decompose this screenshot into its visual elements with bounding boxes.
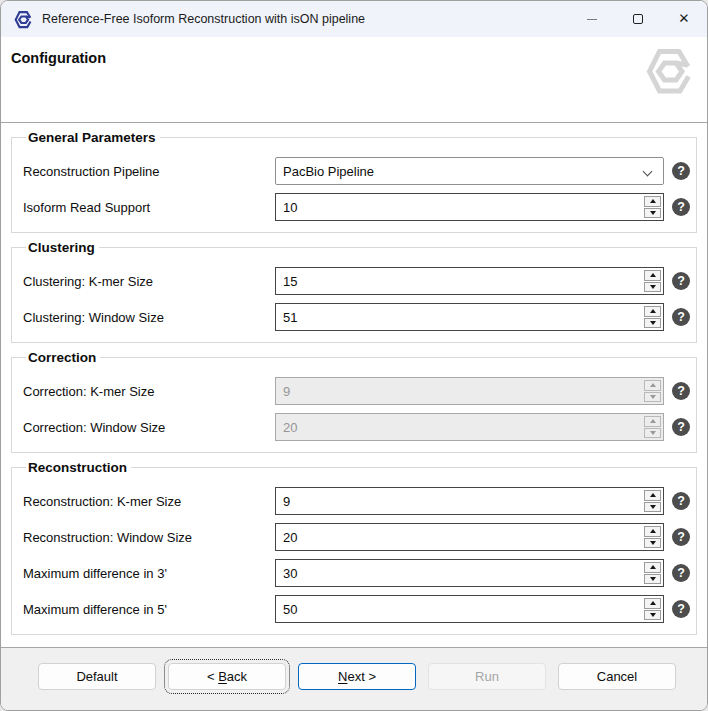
dialog-window: Reference-Free Isoform Reconstruction wi… — [0, 0, 708, 711]
maximize-icon — [633, 14, 643, 24]
isoform-read-support-spinbox[interactable]: 10 — [275, 193, 664, 221]
spin-down-button[interactable] — [644, 502, 661, 513]
section-clustering: ClusteringClustering: K-mer Size15?Clust… — [11, 240, 697, 343]
spinbox-value: 10 — [276, 200, 297, 215]
spinner-buttons — [643, 415, 662, 439]
spin-up-icon — [650, 601, 656, 605]
spinbox-value: 15 — [276, 274, 297, 289]
spin-up-button[interactable] — [644, 562, 661, 573]
spinner-buttons — [643, 525, 662, 549]
spin-down-button[interactable] — [644, 318, 661, 329]
form-row: Maximum difference in 5'50? — [23, 595, 690, 623]
spin-down-icon — [650, 285, 656, 289]
spin-up-button[interactable] — [644, 598, 661, 609]
maximize-button[interactable] — [615, 1, 661, 37]
spin-down-button — [644, 392, 661, 403]
spin-up-button[interactable] — [644, 270, 661, 281]
titlebar: Reference-Free Isoform Reconstruction wi… — [1, 1, 707, 37]
help-icon[interactable]: ? — [672, 564, 690, 582]
cancel-button[interactable]: Cancel — [558, 663, 676, 690]
field-label: Maximum difference in 5' — [23, 602, 275, 617]
spin-up-icon — [650, 383, 656, 387]
spinner-buttons — [643, 561, 662, 585]
help-icon[interactable]: ? — [672, 162, 690, 180]
spin-down-button — [644, 428, 661, 439]
spin-down-icon — [650, 211, 656, 215]
brand-hexagon-logo-icon — [644, 46, 696, 96]
window-controls: ✕ — [569, 1, 707, 37]
help-icon[interactable]: ? — [672, 382, 690, 400]
spin-down-button[interactable] — [644, 208, 661, 219]
spin-down-button[interactable] — [644, 538, 661, 549]
section-legend: Reconstruction — [26, 460, 131, 475]
field-label: Reconstruction Pipeline — [23, 164, 275, 179]
spin-up-button[interactable] — [644, 490, 661, 501]
spinbox-value: 30 — [276, 566, 297, 581]
spinner-buttons — [643, 489, 662, 513]
section-correction: CorrectionCorrection: K-mer Size9?Correc… — [11, 350, 697, 453]
back-button[interactable]: < Back — [168, 663, 286, 690]
chevron-down-icon — [643, 167, 653, 177]
spin-up-button[interactable] — [644, 196, 661, 207]
form-row: Reconstruction: Window Size20? — [23, 523, 690, 551]
help-icon[interactable]: ? — [672, 492, 690, 510]
help-icon[interactable]: ? — [672, 418, 690, 436]
section-legend: General Parameters — [26, 130, 160, 145]
section-general-parameters: General ParametersReconstruction Pipelin… — [11, 130, 697, 233]
window-title: Reference-Free Isoform Reconstruction wi… — [42, 12, 365, 26]
help-icon[interactable]: ? — [672, 198, 690, 216]
form-row: Reconstruction PipelinePacBio Pipeline? — [23, 157, 690, 185]
section-legend: Correction — [26, 350, 100, 365]
help-icon[interactable]: ? — [672, 528, 690, 546]
page-title: Configuration — [11, 50, 106, 66]
spin-down-icon — [650, 577, 656, 581]
spinner-buttons — [643, 597, 662, 621]
spin-down-button[interactable] — [644, 282, 661, 293]
close-button[interactable]: ✕ — [661, 1, 707, 37]
section-legend: Clustering — [26, 240, 99, 255]
minimize-button[interactable] — [569, 1, 615, 37]
form-row: Clustering: K-mer Size15? — [23, 267, 690, 295]
spinbox-value: 50 — [276, 602, 297, 617]
maximum-difference-in-3-spinbox[interactable]: 30 — [275, 559, 664, 587]
spinbox-value: 9 — [276, 494, 290, 509]
reconstruction-pipeline-combobox[interactable]: PacBio Pipeline — [275, 157, 664, 185]
spin-up-icon — [650, 273, 656, 277]
form-row: Isoform Read Support10? — [23, 193, 690, 221]
maximum-difference-in-5-spinbox[interactable]: 50 — [275, 595, 664, 623]
reconstruction-k-mer-size-spinbox[interactable]: 9 — [275, 487, 664, 515]
spinner-buttons — [643, 269, 662, 293]
help-icon[interactable]: ? — [672, 600, 690, 618]
spinner-buttons — [643, 379, 662, 403]
spin-down-icon — [650, 613, 656, 617]
spin-down-button[interactable] — [644, 610, 661, 621]
clustering-window-size-spinbox[interactable]: 51 — [275, 303, 664, 331]
configuration-form: General ParametersReconstruction Pipelin… — [1, 123, 707, 647]
next-button[interactable]: Next > — [298, 663, 416, 690]
spin-down-icon — [650, 541, 656, 545]
run-button[interactable]: Run — [428, 663, 546, 690]
field-label: Clustering: Window Size — [23, 310, 275, 325]
correction-k-mer-size-spinbox: 9 — [275, 377, 664, 405]
default-button[interactable]: Default — [38, 663, 156, 690]
spinbox-value: 20 — [276, 420, 297, 435]
combobox-value: PacBio Pipeline — [276, 164, 374, 179]
spin-down-icon — [650, 321, 656, 325]
help-icon[interactable]: ? — [672, 308, 690, 326]
reconstruction-window-size-spinbox[interactable]: 20 — [275, 523, 664, 551]
spin-up-button — [644, 380, 661, 391]
spin-up-icon — [650, 529, 656, 533]
form-row: Maximum difference in 3'30? — [23, 559, 690, 587]
field-label: Isoform Read Support — [23, 200, 275, 215]
spin-up-button[interactable] — [644, 526, 661, 537]
spin-down-button[interactable] — [644, 574, 661, 585]
correction-window-size-spinbox: 20 — [275, 413, 664, 441]
form-row: Clustering: Window Size51? — [23, 303, 690, 331]
clustering-k-mer-size-spinbox[interactable]: 15 — [275, 267, 664, 295]
spin-up-button — [644, 416, 661, 427]
minimize-icon — [587, 19, 597, 20]
help-icon[interactable]: ? — [672, 272, 690, 290]
form-row: Reconstruction: K-mer Size9? — [23, 487, 690, 515]
spin-up-button[interactable] — [644, 306, 661, 317]
field-label: Correction: K-mer Size — [23, 384, 275, 399]
